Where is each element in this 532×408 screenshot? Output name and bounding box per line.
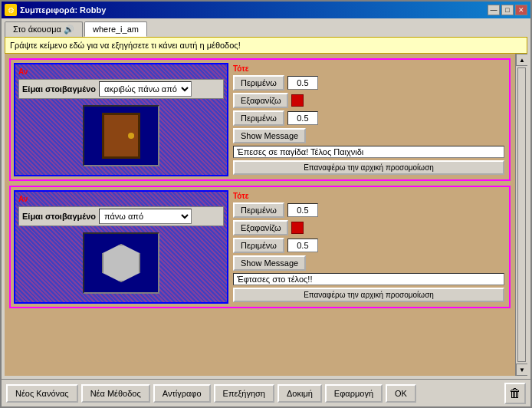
rule2-right: Τότε Περιμένω Εξαφανίζω Περιμένω (232, 190, 506, 304)
explain-button[interactable]: Επεξήγηση (214, 384, 274, 403)
title-bar: ⚙ Συμπεριφορά: Robby — □ ✕ (2, 2, 530, 18)
rule1-wait2-row: Περιμένω (233, 110, 504, 126)
rule1-hide-row: Εξαφανίζω (233, 93, 504, 108)
apply-button[interactable]: Εφαρμογή (325, 384, 383, 403)
copy-button[interactable]: Αντίγραφο (153, 384, 211, 403)
maximize-button[interactable]: □ (501, 5, 514, 15)
rule-block-1: Αν Είμαι στοιβαγμένο ακριβώς πάνω από πά… (9, 58, 511, 181)
rule-block-2: Αν Είμαι στοιβαγμένο πάνω από ακριβώς πά… (9, 186, 511, 308)
rule1-preview (83, 105, 159, 166)
new-method-button[interactable]: Νέα Μέθοδος (81, 384, 150, 403)
rule1-left: Αν Είμαι στοιβαγμένο ακριβώς πάνω από πά… (14, 63, 228, 176)
rule1-message-row (233, 146, 504, 158)
rule1-wait2-input[interactable] (287, 111, 318, 125)
rule2-reset-btn[interactable]: Επαναφέρω την αρχική προσομοίωση (233, 288, 504, 302)
scroll-up-arrow[interactable]: ▲ (516, 54, 527, 66)
rule2-condition-label: Είμαι στοιβαγμένο (22, 212, 96, 221)
rule2-then-label: Τότε (233, 192, 504, 200)
window-content: Στο άκουσμα 🔊 where_i_am Γράψτε κείμενο … (2, 18, 530, 406)
title-bar-buttons: — □ ✕ (488, 5, 527, 15)
rule1-show-message-btn[interactable]: Show Message (233, 128, 306, 143)
minimize-button[interactable]: — (488, 5, 500, 15)
description-text: Γράψτε κείμενο εδώ για να εξηγήσετε τι κ… (10, 41, 241, 50)
window-icon: ⚙ (5, 4, 17, 16)
rule1-wait2-btn[interactable]: Περιμένω (233, 110, 284, 126)
window-title: Συμπεριφορά: Robby (20, 5, 488, 15)
tab-sound[interactable]: Στο άκουσμα 🔊 (5, 21, 83, 37)
tab-where[interactable]: where_i_am (84, 21, 147, 37)
rule2-wait1-btn[interactable]: Περιμένω (233, 202, 284, 218)
rule2-wait2-input[interactable] (287, 239, 318, 252)
rule1-then-label: Τότε (233, 64, 504, 73)
rule2-hide-indicator (291, 222, 304, 234)
rules-scroll-area: Αν Είμαι στοιβαγμένο ακριβώς πάνω από πά… (5, 54, 527, 376)
rule2-wait2-btn[interactable]: Περιμένω (233, 238, 284, 253)
rule2-condition-row: Είμαι στοιβαγμένο πάνω από ακριβώς πάνω … (18, 206, 224, 226)
rule2-hide-row: Εξαφανίζω (233, 220, 504, 235)
rule2-show-message-btn[interactable]: Show Message (233, 255, 306, 271)
scroll-down-arrow[interactable]: ▼ (516, 364, 527, 376)
rule1-message-input[interactable] (233, 146, 504, 158)
rule1-hide-btn[interactable]: Εξαφανίζω (233, 93, 288, 108)
bottom-bar: Νέος Κανόνας Νέα Μέθοδος Αντίγραφο Επεξή… (2, 379, 530, 406)
rule2-message-input[interactable] (233, 273, 504, 285)
rule1-reset-btn[interactable]: Επαναφέρω την αρχική προσομοίωση (233, 160, 504, 175)
hex-icon (102, 244, 140, 282)
test-button[interactable]: Δοκιμή (277, 384, 322, 403)
rule1-wait1-input[interactable] (287, 76, 318, 90)
rule1-condition-label: Είμαι στοιβαγμένο (22, 84, 96, 94)
rule1-if-label: Αν (18, 67, 224, 76)
rule2-left: Αν Είμαι στοιβαγμένο πάνω από ακριβώς πά… (14, 190, 228, 304)
rule2-condition-select[interactable]: πάνω από ακριβώς πάνω από (99, 209, 192, 224)
rule1-right: Τότε Περιμένω Εξαφανίζω Περιμένω (232, 63, 506, 176)
rule1-wait1-row: Περιμένω (233, 75, 504, 90)
rule2-wait2-row: Περιμένω (233, 238, 504, 253)
rule2-hide-btn[interactable]: Εξαφανίζω (233, 220, 288, 235)
rule2-preview (83, 232, 159, 294)
ok-button[interactable]: OK (386, 384, 416, 403)
rule2-if-label: Αν (18, 195, 224, 203)
rules-container: Αν Είμαι στοιβαγμένο ακριβώς πάνω από πά… (5, 54, 515, 376)
rule2-wait1-input[interactable] (287, 203, 318, 217)
rule1-wait1-btn[interactable]: Περιμένω (233, 75, 284, 90)
rule1-hide-indicator (291, 94, 304, 107)
tab-bar: Στο άκουσμα 🔊 where_i_am (2, 18, 530, 37)
rule2-wait1-row: Περιμένω (233, 202, 504, 218)
rule1-condition-row: Είμαι στοιβαγμένο ακριβώς πάνω από πάνω … (18, 79, 224, 99)
rule1-condition-select[interactable]: ακριβώς πάνω από πάνω από (99, 81, 192, 97)
new-rule-button[interactable]: Νέος Κανόνας (6, 384, 78, 403)
description-bar: Γράψτε κείμενο εδώ για να εξηγήσετε τι κ… (5, 37, 527, 54)
close-button[interactable]: ✕ (515, 5, 527, 15)
scrollbar: ▲ ▼ (515, 54, 527, 376)
delete-button[interactable]: 🗑 (504, 383, 526, 404)
main-window: ⚙ Συμπεριφορά: Robby — □ ✕ Στο άκουσμα 🔊… (0, 0, 532, 408)
rule1-show-msg-row: Show Message (233, 128, 504, 143)
rule2-message-row (233, 273, 504, 285)
rule2-show-msg-row: Show Message (233, 255, 504, 271)
door-icon (102, 113, 140, 159)
scroll-thumb[interactable] (517, 67, 526, 362)
